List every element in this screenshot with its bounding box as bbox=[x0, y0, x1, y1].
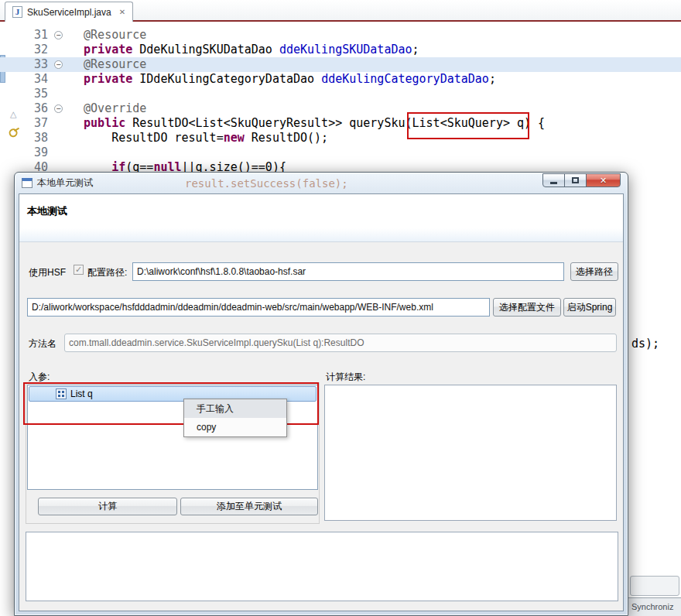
result-label: 计算结果: bbox=[326, 371, 365, 384]
code-text: @Resource bbox=[70, 28, 146, 43]
maximize-button[interactable] bbox=[564, 173, 587, 187]
red-highlight-code-annotation bbox=[407, 112, 529, 139]
code-text: private IDdeKulingCategoryDataDao ddeKul… bbox=[70, 72, 496, 87]
status-tray-box bbox=[630, 576, 679, 596]
line-number: 33 bbox=[0, 57, 51, 72]
java-file-icon: J bbox=[12, 6, 22, 18]
context-menu: 手工输入copy bbox=[183, 399, 287, 437]
code-line-32[interactable]: 32 private DdeKulingSKUDataDao ddeKuling… bbox=[0, 43, 681, 57]
local-unit-test-dialog: 本地单元测试 result.setSuccess(false); ✕ 本地测试 … bbox=[14, 172, 628, 616]
editor-tab-bar: J SkuServiceImpl.java ✕ bbox=[0, 0, 681, 22]
code-text: ResultDO result=new ResultDO(); bbox=[70, 131, 328, 145]
fold-collapse-icon[interactable]: − bbox=[54, 104, 63, 113]
code-text: @Resource bbox=[70, 57, 146, 72]
fold-column bbox=[51, 145, 70, 160]
fold-column bbox=[51, 116, 70, 131]
code-line-35[interactable]: 35 bbox=[0, 87, 681, 101]
window-controls: ✕ bbox=[543, 173, 621, 187]
close-button[interactable]: ✕ bbox=[586, 173, 621, 187]
fold-column bbox=[51, 131, 70, 145]
code-text: @Override bbox=[70, 101, 146, 116]
code-line-31[interactable]: 31− @Resource bbox=[0, 28, 681, 43]
dialog-icon bbox=[22, 178, 33, 188]
menu-item-manual-input[interactable]: 手工输入 bbox=[184, 399, 286, 418]
line-number: 39 bbox=[0, 145, 51, 160]
code-line-33[interactable]: 33− @Resource bbox=[0, 57, 681, 72]
line-number: 32 bbox=[0, 43, 51, 57]
add-to-unittest-button[interactable]: 添加至单元测试 bbox=[180, 498, 318, 515]
output-area[interactable] bbox=[26, 532, 618, 601]
start-spring-button[interactable]: 启动Spring bbox=[563, 298, 616, 317]
config-path-label: 配置路径: bbox=[87, 266, 127, 279]
banner-title: 本地测试 bbox=[27, 204, 67, 218]
dialog-banner: 本地测试 bbox=[19, 194, 623, 242]
code-line-34[interactable]: 34 private IDdeKulingCategoryDataDao dde… bbox=[0, 72, 681, 87]
status-text: Synchroniz bbox=[631, 602, 673, 611]
dialog-titlebar[interactable]: 本地单元测试 result.setSuccess(false); ✕ bbox=[15, 173, 628, 193]
screen: J SkuServiceImpl.java ✕ △ 31− @Resource3… bbox=[0, 0, 681, 616]
hsf-label: 使用HSF bbox=[29, 266, 66, 279]
code-editor[interactable]: 31− @Resource32 private DdeKulingSKUData… bbox=[0, 28, 681, 175]
fold-column: − bbox=[51, 28, 70, 43]
menu-item-copy[interactable]: copy bbox=[184, 418, 286, 436]
tab-title: SkuServiceImpl.java bbox=[27, 7, 111, 18]
choose-path-button[interactable]: 选择路径 bbox=[570, 262, 618, 281]
code-line-38[interactable]: 38 ResultDO result=new ResultDO(); bbox=[0, 131, 681, 145]
fold-column bbox=[51, 72, 70, 87]
code-text: private DdeKulingSKUDataDao ddeKulingSKU… bbox=[70, 43, 419, 57]
fold-column: − bbox=[51, 57, 70, 72]
hsf-path-input[interactable] bbox=[132, 262, 564, 281]
config-file-input[interactable] bbox=[27, 298, 490, 317]
line-number: 31 bbox=[0, 28, 51, 43]
fold-column bbox=[51, 87, 70, 101]
tab-close-icon[interactable]: ✕ bbox=[119, 8, 125, 16]
minimize-button[interactable] bbox=[542, 173, 565, 187]
code-line-37[interactable]: 37 public ResultDO<List<SkuQueryResult>>… bbox=[0, 116, 681, 131]
status-bar: Synchroniz bbox=[628, 597, 681, 616]
close-icon: ✕ bbox=[600, 176, 607, 186]
fold-column: − bbox=[51, 101, 70, 116]
line-number: 38 bbox=[0, 131, 51, 145]
code-line-39[interactable]: 39 bbox=[0, 145, 681, 160]
maximize-icon bbox=[572, 177, 579, 183]
background-code-fragment: ds); bbox=[631, 337, 659, 351]
line-number: 37 bbox=[0, 116, 51, 131]
check-icon: ✓ bbox=[75, 265, 82, 274]
method-label: 方法名 bbox=[29, 337, 56, 351]
minimize-icon bbox=[550, 182, 557, 184]
fold-collapse-icon[interactable]: − bbox=[54, 31, 63, 39]
dialog-client-area: 本地测试 使用HSF ✓ 配置路径: 选择路径 选择配置文件 启动Spring … bbox=[19, 193, 624, 611]
fold-collapse-icon[interactable]: − bbox=[54, 60, 63, 69]
choose-config-file-button[interactable]: 选择配置文件 bbox=[493, 298, 561, 317]
ghost-code-behind-glass: result.setSuccess(false); bbox=[185, 177, 348, 190]
hsf-checkbox[interactable]: ✓ bbox=[74, 265, 84, 275]
result-area[interactable] bbox=[324, 385, 617, 521]
code-line-36[interactable]: 36− @Override bbox=[0, 101, 681, 116]
line-number: 34 bbox=[0, 72, 51, 87]
method-signature-input[interactable] bbox=[64, 334, 617, 352]
calculate-button[interactable]: 计算 bbox=[38, 498, 177, 515]
line-number: 35 bbox=[0, 87, 51, 101]
dialog-title: 本地单元测试 bbox=[37, 176, 93, 190]
fold-column bbox=[51, 43, 70, 57]
editor-tab-skuserviceimpl[interactable]: J SkuServiceImpl.java ✕ bbox=[5, 2, 133, 22]
line-number: 36 bbox=[0, 101, 51, 116]
